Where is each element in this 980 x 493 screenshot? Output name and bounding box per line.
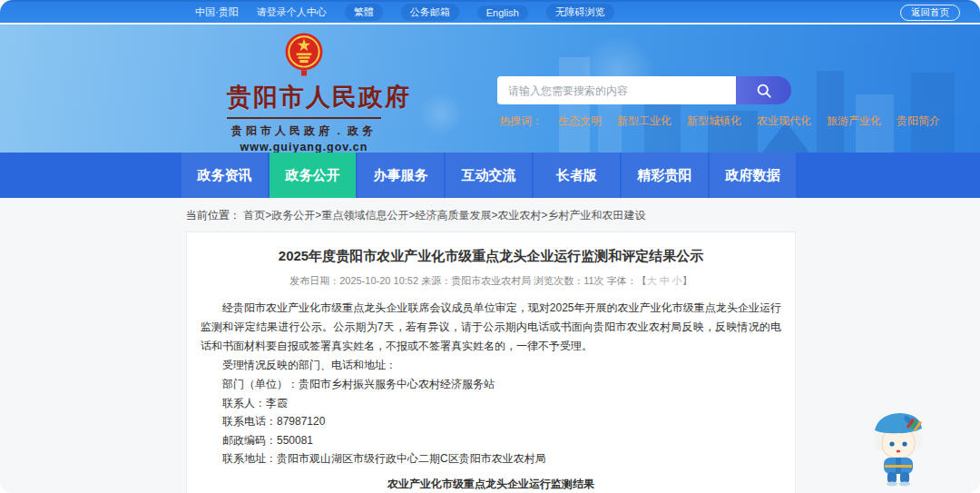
hot-search-term[interactable]: 农业现代化	[757, 113, 811, 129]
nav-tab-zhangzheban[interactable]: 长者版	[534, 153, 620, 198]
site-logo[interactable]: 贵阳市人民政府 贵阳市人民政府．政务 www.guiyang.gov.cn	[227, 32, 381, 153]
content-area: 当前位置： 首页>政务公开>重点领域信息公开>经济高质量发展>农业农村>乡村产业…	[0, 198, 980, 493]
nav-tab-zhengfu-shuju[interactable]: 政府数据	[710, 153, 796, 198]
results-table-title: 农业产业化市级重点龙头企业运行监测结果	[187, 477, 795, 492]
breadcrumb-link[interactable]: 经济高质量发展	[415, 209, 491, 222]
hot-search-term[interactable]: 旅游产业化	[827, 113, 881, 129]
publish-date-label: 发布日期：	[289, 275, 339, 286]
views-value: 11次	[583, 275, 603, 286]
breadcrumb-link[interactable]: 政务公开	[271, 209, 315, 222]
breadcrumb-link[interactable]: 重点领域信息公开	[321, 209, 408, 222]
government-portal-page: 中国·贵阳 请登录个人中心 繁體 公务邮箱 English 无障碍浏览 返回首页	[0, 0, 980, 493]
publish-date-value: 2025-10-20 10:52	[339, 275, 418, 286]
hot-search-term[interactable]: 新型工业化	[617, 113, 671, 129]
font-size-large-button[interactable]: 大	[647, 275, 657, 286]
topbar-accessibility-link[interactable]: 无障碍浏览	[546, 4, 614, 21]
contact-person-line: 联系人：李霞	[201, 394, 781, 413]
breadcrumb: 当前位置： 首页>政务公开>重点领域信息公开>经济高质量发展>农业农村>乡村产业…	[186, 208, 645, 223]
site-url: www.guiyang.gov.cn	[227, 141, 381, 153]
search-input[interactable]	[497, 76, 736, 104]
topbar-official-mailbox-link[interactable]: 公务邮箱	[401, 4, 459, 21]
topbar-traditional-chinese-link[interactable]: 繁體	[345, 4, 383, 21]
top-utility-bar: 中国·贵阳 请登录个人中心 繁體 公务邮箱 English 无障碍浏览 返回首页	[0, 0, 980, 23]
contact-address-line: 联系地址：贵阳市观山湖区市级行政中心二期C区贵阳市农业农村局	[201, 449, 781, 468]
national-emblem-icon	[283, 32, 325, 77]
nav-tab-zhengwu-zixun[interactable]: 政务资讯	[181, 153, 268, 198]
breadcrumb-link[interactable]: 乡村产业和农田建设	[547, 209, 645, 222]
contact-info-block: 部门（单位）：贵阳市乡村振兴服务中心农村经济服务站 联系人：李霞 联系电话：87…	[201, 375, 781, 468]
mascot-assistant-widget[interactable]	[869, 407, 927, 490]
breadcrumb-link[interactable]: 农业农村	[497, 209, 541, 222]
font-size-small-button[interactable]: 小	[672, 275, 682, 286]
contact-postcode-line: 邮政编码：550081	[201, 431, 781, 450]
hot-search-term[interactable]: 新型城镇化	[687, 113, 741, 129]
font-size-bracket: 】	[682, 275, 692, 286]
article-paragraph: 经贵阳市农业产业化市级重点龙头企业联席会议成员单位审定，现对2025年开展的农业…	[201, 299, 781, 356]
hot-search-term[interactable]: 贵阳简介	[897, 113, 940, 129]
nav-tab-zhengwu-gongkai[interactable]: 政务公开	[270, 153, 356, 198]
site-subtitle: 贵阳市人民政府．政务	[227, 123, 381, 139]
hot-search-term[interactable]: 生态文明	[558, 113, 602, 129]
source-label: 来源：	[421, 275, 451, 286]
main-navigation: 政务资讯 政务公开 办事服务 互动交流 长者版 精彩贵阳 政府数据	[0, 153, 980, 198]
nav-tab-jingcai-guiyang[interactable]: 精彩贵阳	[622, 153, 708, 198]
nav-tab-hudong-jiaoliu[interactable]: 互动交流	[446, 153, 532, 198]
article-body: 经贵阳市农业产业化市级重点龙头企业联席会议成员单位审定，现对2025年开展的农业…	[201, 299, 781, 375]
font-size-medium-button[interactable]: 中	[660, 275, 670, 286]
article-paragraph: 受理情况反映的部门、电话和地址：	[201, 356, 781, 375]
article-panel: 2025年度贵阳市农业产业化市级重点龙头企业运行监测和评定结果公示 发布日期：2…	[186, 232, 796, 493]
views-label: 浏览次数：	[534, 275, 583, 286]
contact-department-line: 部门（单位）：贵阳市乡村振兴服务中心农村经济服务站	[201, 375, 781, 394]
nav-tab-banshi-fuwu[interactable]: 办事服务	[358, 153, 444, 198]
hot-search-label: 热搜词：	[499, 113, 543, 129]
back-to-home-button[interactable]: 返回首页	[900, 5, 960, 21]
search-button[interactable]	[736, 76, 791, 104]
article-meta: 发布日期：2025-10-20 10:52 来源：贵阳市农业农村局 浏览次数：1…	[187, 274, 795, 288]
topbar-china-guiyang-link[interactable]: 中国·贵阳	[195, 5, 239, 19]
header-banner: 贵阳市人民政府 贵阳市人民政府．政务 www.guiyang.gov.cn 热搜…	[0, 25, 980, 153]
site-title: 贵阳市人民政府	[227, 81, 381, 119]
breadcrumb-home-link[interactable]: 首页	[243, 209, 265, 222]
contact-phone-line: 联系电话：87987120	[201, 412, 781, 431]
topbar-login-personal-center-link[interactable]: 请登录个人中心	[257, 5, 327, 19]
hot-search-row: 热搜词： 生态文明 新型工业化 新型城镇化 农业现代化 旅游产业化 贵阳简介	[499, 113, 940, 129]
font-size-label: 字体：	[607, 275, 637, 286]
mascot-character-icon	[869, 407, 927, 487]
font-size-bracket: 【	[637, 275, 647, 286]
source-value: 贵阳市农业农村局	[451, 275, 531, 286]
topbar-english-link[interactable]: English	[477, 5, 528, 20]
site-search	[497, 76, 791, 104]
search-icon	[755, 82, 773, 100]
article-title: 2025年度贵阳市农业产业化市级重点龙头企业运行监测和评定结果公示	[187, 248, 795, 265]
breadcrumb-label: 当前位置：	[186, 209, 240, 222]
